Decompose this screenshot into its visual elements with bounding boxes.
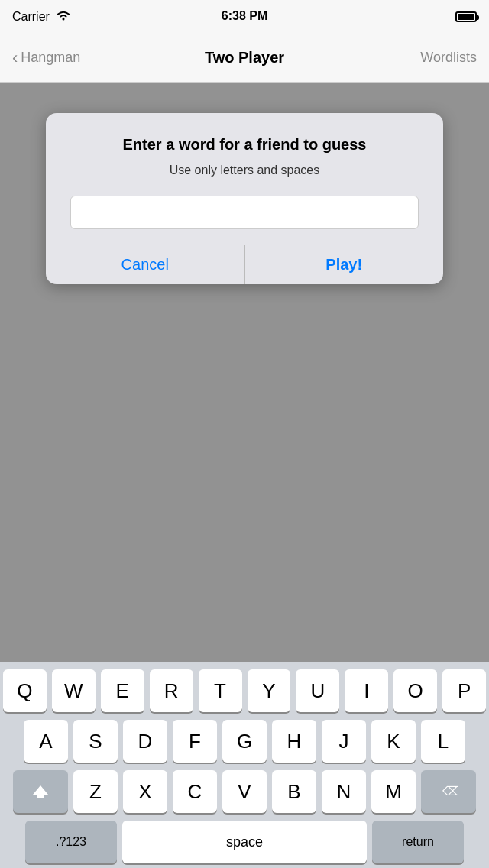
key-p[interactable]: P [442,669,486,712]
nav-bar: ‹ Hangman Two Player Wordlists [0,34,489,83]
back-label: Hangman [21,50,80,66]
dialog-body: Enter a word for a friend to guess Use o… [46,113,443,245]
chevron-left-icon: ‹ [12,50,18,66]
battery-icon [455,11,477,22]
keyboard: Q W E R T Y U I O P A S D F G H J K L Z … [0,662,489,868]
key-a[interactable]: A [24,720,68,763]
shift-key[interactable] [13,770,68,813]
key-x[interactable]: X [123,770,167,813]
dialog: Enter a word for a friend to guess Use o… [46,113,443,284]
svg-marker-1 [33,785,48,798]
key-j[interactable]: J [322,720,366,763]
key-e[interactable]: E [101,669,144,712]
key-q[interactable]: Q [3,669,47,712]
back-button[interactable]: ‹ Hangman [12,50,80,66]
return-key[interactable]: return [372,821,464,863]
key-k[interactable]: K [371,720,416,763]
word-input[interactable] [70,196,419,229]
page-title: Two Player [205,49,284,66]
key-t[interactable]: T [199,669,242,712]
key-n[interactable]: N [322,770,366,813]
keyboard-row-1: Q W E R T Y U I O P [3,669,486,712]
key-r[interactable]: R [150,669,193,712]
backspace-key[interactable]: ⌫ [421,770,476,813]
key-b[interactable]: B [272,770,316,813]
numbers-key[interactable]: .?123 [25,821,117,863]
key-c[interactable]: C [173,770,217,813]
key-y[interactable]: Y [248,669,291,712]
key-l[interactable]: L [421,720,465,763]
status-right [455,11,477,22]
key-d[interactable]: D [123,720,167,763]
key-g[interactable]: G [222,720,267,763]
key-u[interactable]: U [296,669,339,712]
keyboard-row-2: A S D F G H J K L [3,720,486,763]
keyboard-row-bottom: .?123 space return [3,821,486,863]
key-s[interactable]: S [73,720,118,763]
carrier-label: Carrier [12,10,50,24]
space-key[interactable]: space [122,821,367,863]
wordlists-button[interactable]: Wordlists [420,50,477,66]
key-m[interactable]: M [371,770,416,813]
status-left: Carrier [12,9,71,24]
key-v[interactable]: V [222,770,267,813]
svg-point-0 [62,18,64,21]
status-bar: Carrier 6:38 PM [0,0,489,34]
svg-text:⌫: ⌫ [442,785,458,798]
key-i[interactable]: I [345,669,388,712]
key-o[interactable]: O [393,669,437,712]
play-button[interactable]: Play! [245,245,444,284]
key-f[interactable]: F [173,720,217,763]
key-h[interactable]: H [272,720,316,763]
keyboard-row-3: Z X C V B N M ⌫ [3,770,486,813]
key-w[interactable]: W [52,669,96,712]
main-content: Enter a word for a friend to guess Use o… [0,83,489,662]
dialog-title: Enter a word for a friend to guess [70,134,419,154]
dialog-subtitle: Use only letters and spaces [70,164,419,177]
status-time: 6:38 PM [222,9,267,23]
cancel-button[interactable]: Cancel [46,245,245,284]
wifi-icon [56,9,71,24]
dialog-buttons: Cancel Play! [46,245,443,284]
key-z[interactable]: Z [73,770,118,813]
